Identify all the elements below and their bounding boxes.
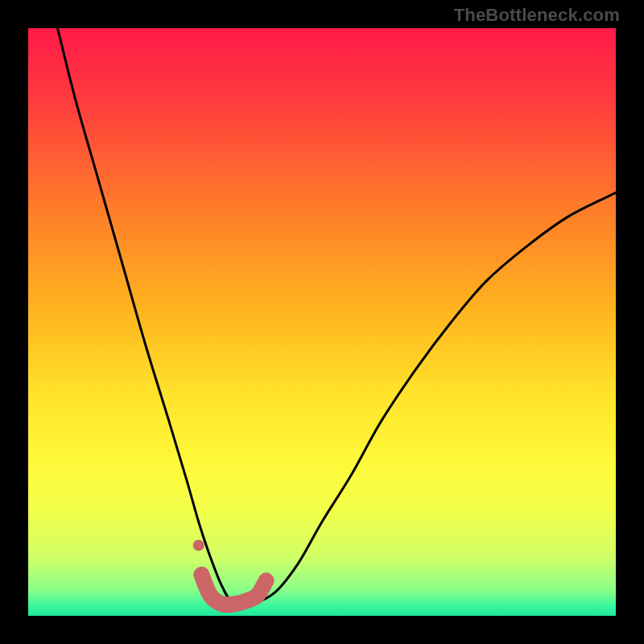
chart-frame: TheBottleneck.com <box>0 0 644 644</box>
highlight-dot <box>193 539 204 551</box>
highlight-band <box>193 539 266 605</box>
plot-area <box>28 28 616 616</box>
bottleneck-curve <box>58 28 617 606</box>
curve-layer <box>28 28 616 616</box>
highlight-band-path <box>201 575 266 605</box>
watermark-text: TheBottleneck.com <box>454 5 620 26</box>
